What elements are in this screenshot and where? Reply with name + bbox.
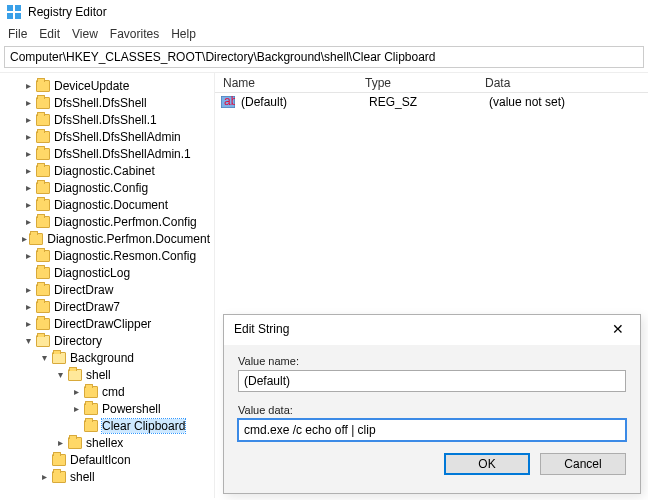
string-value-icon: ab: [221, 96, 235, 108]
tree-item[interactable]: Diagnostic.Config: [0, 179, 214, 196]
folder-icon: [36, 335, 50, 347]
tree-item[interactable]: DfsShell.DfsShellAdmin: [0, 128, 214, 145]
svg-text:ab: ab: [224, 96, 235, 108]
chevron-icon[interactable]: [22, 182, 34, 193]
folder-icon: [36, 80, 50, 92]
chevron-icon[interactable]: [22, 148, 34, 159]
chevron-icon[interactable]: [70, 403, 82, 414]
chevron-icon[interactable]: [22, 114, 34, 125]
title-bar: Registry Editor: [0, 0, 648, 24]
folder-icon: [84, 386, 98, 398]
chevron-icon[interactable]: [22, 199, 34, 210]
folder-icon: [36, 199, 50, 211]
tree-item-clear-clipboard[interactable]: Clear Clipboard: [0, 417, 214, 434]
app-icon: [6, 4, 22, 20]
menu-favorites[interactable]: Favorites: [110, 27, 159, 41]
folder-icon: [36, 301, 50, 313]
svg-rect-0: [7, 5, 13, 11]
list-header: Name Type Data: [215, 73, 648, 93]
column-name[interactable]: Name: [215, 76, 365, 90]
folder-icon: [84, 403, 98, 415]
cancel-button[interactable]: Cancel: [540, 453, 626, 475]
close-icon[interactable]: ✕: [606, 321, 630, 337]
chevron-icon[interactable]: [22, 301, 34, 312]
chevron-icon[interactable]: [22, 233, 27, 244]
folder-icon: [68, 369, 82, 381]
chevron-icon[interactable]: [22, 250, 34, 261]
chevron-icon[interactable]: [22, 131, 34, 142]
value-data: (value not set): [489, 95, 648, 109]
folder-icon: [36, 318, 50, 330]
folder-icon: [36, 148, 50, 160]
chevron-icon[interactable]: [22, 216, 34, 227]
folder-icon: [36, 284, 50, 296]
chevron-down-icon[interactable]: [54, 369, 66, 380]
folder-icon: [36, 97, 50, 109]
value-data-input[interactable]: [238, 419, 626, 441]
chevron-icon[interactable]: [22, 165, 34, 176]
value-row[interactable]: ab (Default) REG_SZ (value not set): [215, 93, 648, 111]
tree-item[interactable]: DirectDraw7: [0, 298, 214, 315]
tree-item-background[interactable]: Background: [0, 349, 214, 366]
menu-file[interactable]: File: [8, 27, 27, 41]
folder-icon: [84, 420, 98, 432]
tree-item[interactable]: Diagnostic.Perfmon.Config: [0, 213, 214, 230]
chevron-icon[interactable]: [22, 80, 34, 91]
tree-item[interactable]: DirectDraw: [0, 281, 214, 298]
folder-icon: [68, 437, 82, 449]
tree-item[interactable]: cmd: [0, 383, 214, 400]
chevron-down-icon[interactable]: [22, 335, 34, 346]
address-bar[interactable]: Computer\HKEY_CLASSES_ROOT\Directory\Bac…: [4, 46, 644, 68]
column-type[interactable]: Type: [365, 76, 485, 90]
folder-icon: [36, 131, 50, 143]
column-data[interactable]: Data: [485, 76, 648, 90]
dialog-titlebar[interactable]: Edit String ✕: [224, 315, 640, 345]
tree-item[interactable]: DfsShell.DfsShell.1: [0, 111, 214, 128]
folder-icon: [52, 454, 66, 466]
chevron-icon[interactable]: [70, 386, 82, 397]
edit-string-dialog: Edit String ✕ Value name: Value data: OK…: [223, 314, 641, 494]
chevron-icon[interactable]: [22, 284, 34, 295]
tree-item[interactable]: DefaultIcon: [0, 451, 214, 468]
chevron-icon[interactable]: [54, 437, 66, 448]
folder-icon: [36, 165, 50, 177]
tree-item[interactable]: DfsShell.DfsShell: [0, 94, 214, 111]
svg-rect-3: [15, 13, 21, 19]
tree-item[interactable]: Diagnostic.Document: [0, 196, 214, 213]
folder-icon: [29, 233, 43, 245]
chevron-icon[interactable]: [22, 318, 34, 329]
tree-item-directory[interactable]: Directory: [0, 332, 214, 349]
tree-panel[interactable]: DeviceUpdate DfsShell.DfsShell DfsShell.…: [0, 73, 215, 498]
value-data-label: Value data:: [238, 404, 626, 416]
chevron-icon[interactable]: [22, 97, 34, 108]
tree-item-shell[interactable]: shell: [0, 366, 214, 383]
chevron-down-icon[interactable]: [38, 352, 50, 363]
tree-item[interactable]: DfsShell.DfsShellAdmin.1: [0, 145, 214, 162]
menu-edit[interactable]: Edit: [39, 27, 60, 41]
folder-icon: [52, 352, 66, 364]
menu-bar: File Edit View Favorites Help: [0, 24, 648, 44]
tree-item[interactable]: Powershell: [0, 400, 214, 417]
value-name-label: Value name:: [238, 355, 626, 367]
tree-item[interactable]: Diagnostic.Resmon.Config: [0, 247, 214, 264]
value-name: (Default): [241, 95, 369, 109]
svg-rect-1: [15, 5, 21, 11]
folder-icon: [36, 114, 50, 126]
chevron-icon[interactable]: [38, 471, 50, 482]
tree-item[interactable]: Diagnostic.Cabinet: [0, 162, 214, 179]
folder-icon: [36, 182, 50, 194]
tree-item[interactable]: DiagnosticLog: [0, 264, 214, 281]
folder-icon: [36, 250, 50, 262]
folder-icon: [36, 267, 50, 279]
tree-item[interactable]: shell: [0, 468, 214, 485]
tree-item[interactable]: DirectDrawClipper: [0, 315, 214, 332]
value-name-input[interactable]: [238, 370, 626, 392]
svg-rect-2: [7, 13, 13, 19]
menu-help[interactable]: Help: [171, 27, 196, 41]
tree-item[interactable]: DeviceUpdate: [0, 77, 214, 94]
menu-view[interactable]: View: [72, 27, 98, 41]
ok-button[interactable]: OK: [444, 453, 530, 475]
tree-item[interactable]: Diagnostic.Perfmon.Document: [0, 230, 214, 247]
window-title: Registry Editor: [28, 5, 107, 19]
tree-item[interactable]: shellex: [0, 434, 214, 451]
